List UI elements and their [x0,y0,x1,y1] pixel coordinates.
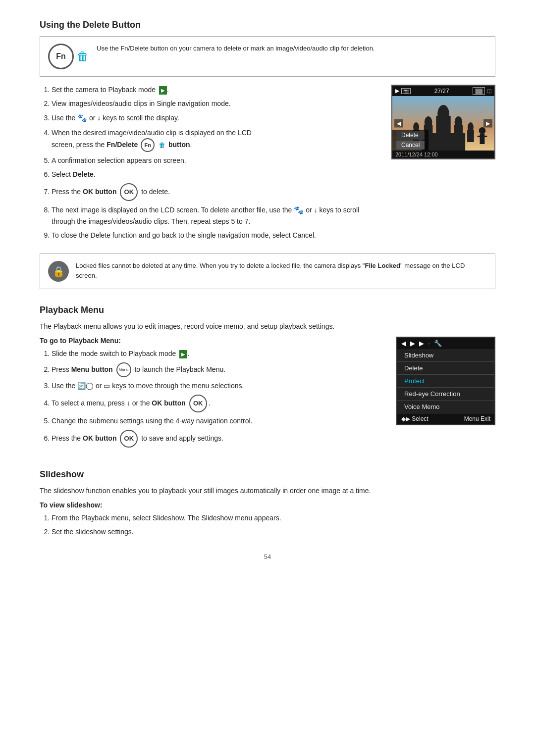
playback-icon-lcd: ▶ [395,88,399,94]
delete-steps-layout: Set the camera to Playback mode ▶. View … [40,85,495,247]
playback-menu-layout: To go to Playback Menu: Slide the mode s… [40,337,495,454]
header-play-icon: ▶ [410,340,415,347]
delete-steps-list: Set the camera to Playback mode ▶. View … [40,85,381,241]
slideshow-steps-list: From the Playback menu, select Slideshow… [40,513,495,537]
menu-button-icon: Menu [116,362,131,377]
slideshow-step-2: Set the slideshow settings. [52,527,495,537]
delete-step-2: View images/videos/audio clips in Single… [52,99,381,109]
lcd-counter: 27/27 [434,88,449,95]
menu-item-voice-memo[interactable]: Voice Memo [397,401,494,413]
svg-rect-15 [483,136,487,137]
playback-menu-section: Playback Menu The Playback menu allows y… [40,305,495,454]
fn-delete-icons: Fn 🗑 [48,44,89,69]
playback-menu-description: The Playback menu allows you to edit ima… [40,321,495,332]
playback-step-5: Change the submenu settings using the 4-… [52,416,386,426]
lcd-top-right-icons: ▓▓ ◫ [473,87,491,95]
playback-mode-icon: ▶ [159,86,167,95]
lcd-misc-icon: ◫ [487,88,491,94]
slideshow-section: Slideshow The slideshow function enables… [40,469,495,537]
playback-step-3: Use the 🔄◯ or ▭ keys to move through the… [52,381,386,391]
menu-item-slideshow[interactable]: Slideshow [397,349,494,362]
footer-select-label: ◆▶ Select [401,415,428,422]
playback-menu-steps-list: Slide the mode switch to Playback mode ▶… [40,349,386,448]
playback-menu-header: ◀ ▶ ▶ · 🔧 [397,338,494,349]
lcd-battery-icon: ▓▓ [473,87,485,95]
playback-menu-subsection-title: To go to Playback Menu: [40,337,386,345]
delete-button-title: Using the Delete Button [40,20,495,30]
playback-mode-icon-2: ▶ [179,350,187,358]
lcd-mode-icon: 📷 [401,88,411,94]
menu-item-protect[interactable]: Protect [397,375,494,388]
delete-step-8: The next image is displayed on the LCD s… [52,204,381,227]
down-arrow-icon-2: ↓ [314,205,318,215]
lock-icon: 🔒 [48,261,69,282]
fn-button-icon: Fn [48,44,74,69]
slideshow-description: The slideshow function enables you to pl… [40,486,495,496]
down-arrow-icon: ↓ [97,113,101,123]
lcd-timestamp: 2011/12/24 12:00 [392,151,494,158]
playback-menu-footer: ◆▶ Select Menu Exit [397,413,494,424]
playback-step-6: Press the OK button OK to save and apply… [52,430,386,448]
slideshow-step-1: From the Playback menu, select Slideshow… [52,513,495,523]
lcd-top-left-icons: ▶ 📷 [395,88,411,94]
playback-menu-ui-mockup: ◀ ▶ ▶ · 🔧 Slideshow Delete Protect Red-e… [396,337,495,425]
scroll-icon-up: 🐾 [77,112,87,124]
page-number: 54 [40,553,495,560]
delete-step-6: Select Delete. [52,169,381,180]
delete-step-9: To close the Delete function and go back… [52,230,381,241]
lcd-delete-option[interactable]: Delete [396,131,425,140]
playback-step-2: Press Menu button Menu to launch the Pla… [52,362,386,377]
playback-menu-ui: ◀ ▶ ▶ · 🔧 Slideshow Delete Protect Red-e… [396,337,495,425]
header-right-arrow: ▶ [419,340,424,347]
ok-button-icon-3: OK [120,430,138,448]
delete-button-info-text: Use the Fn/Delete button on your camera … [97,44,374,53]
slideshow-subsection-title: To view slideshow: [40,501,495,509]
delete-lcd-mockup: ▶ 📷 27/27 ▓▓ ◫ [391,85,495,159]
ok-button-icon: OK [120,183,138,201]
lcd-left-arrow[interactable]: ◀ [394,119,403,128]
footer-exit-label: Menu Exit [464,415,490,422]
down-arrow-icon-3: ↓ [127,398,130,408]
delete-step-4: When the desired image/video/audio clip … [52,128,381,152]
lcd-cancel-option[interactable]: Cancel [396,141,425,150]
delete-step-3: Use the 🐾 or ↓ keys to scroll the displa… [52,112,381,124]
lock-warning-text: Locked files cannot be deleted at any ti… [76,261,487,280]
fn-inline-icon: Fn [141,138,155,152]
delete-step-5: A confirmation selection appears on scre… [52,155,381,166]
delete-step-7: Press the OK button OK to delete. [52,183,381,201]
playback-step-1: Slide the mode switch to Playback mode ▶… [52,349,386,359]
trash-icon: 🗑 [77,50,89,63]
delete-steps-left: Set the camera to Playback mode ▶. View … [40,85,381,247]
scroll-icon-2: 🐾 [294,204,304,216]
menu-item-red-eye[interactable]: Red-eye Correction [397,388,494,401]
playback-step-4: To select a menu, press ↓ or the OK butt… [52,395,386,412]
delete-step-1: Set the camera to Playback mode ▶. [52,85,381,95]
lock-warning-box: 🔒 Locked files cannot be deleted at any … [40,253,495,289]
ok-button-icon-2: OK [189,395,207,412]
lcd-side-arrows: ◀ ▶ [392,119,494,128]
delete-button-section: Using the Delete Button Fn 🗑 Use the Fn/… [40,20,495,289]
lcd-overlay-menu: Delete Cancel [392,130,428,151]
camera-lcd: ▶ 📷 27/27 ▓▓ ◫ [391,85,495,159]
delete-button-info-box: Fn 🗑 Use the Fn/Delete button on your ca… [40,36,495,77]
lcd-right-arrow[interactable]: ▶ [483,119,492,128]
rotate-icon: 🔄 [77,382,86,390]
trash-inline-icon: 🗑 [159,141,165,149]
lcd-top-bar: ▶ 📷 27/27 ▓▓ ◫ [392,86,494,96]
playback-menu-steps-left: To go to Playback Menu: Slide the mode s… [40,337,386,454]
playback-menu-title: Playback Menu [40,305,495,315]
frame-icon: ▭ [104,382,110,390]
menu-item-delete[interactable]: Delete [397,362,494,375]
slideshow-title: Slideshow [40,469,495,480]
header-separator: · [428,340,430,347]
svg-point-12 [479,127,486,134]
svg-rect-14 [478,136,482,137]
header-wrench-icon: 🔧 [434,340,442,347]
lcd-image-area: ◀ ▶ Delete Cancel [392,96,494,151]
header-left-arrow: ◀ [401,340,406,347]
